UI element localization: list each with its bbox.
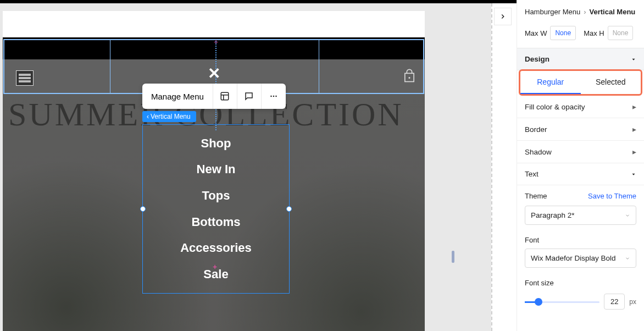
svg-point-5 [270,96,272,97]
resize-handle-left[interactable] [140,206,146,212]
svg-point-6 [273,96,275,97]
font-size-control: 22 px [517,289,644,317]
chevron-left-icon: ‹ [147,113,149,120]
text-row[interactable]: Text [517,163,644,185]
state-tabs: Regular Selected [519,69,642,96]
hamburger-bar [19,77,31,79]
svg-rect-2 [221,92,229,100]
breadcrumb-sep-icon: › [584,8,586,16]
max-w-label: Max W [525,29,547,37]
hamburger-icon[interactable] [16,70,34,86]
chevron-down-icon [625,213,630,218]
chip-text: Vertical Menu [151,113,191,120]
chevron-down-icon [625,256,630,261]
row-label: Shadow [525,148,552,156]
svg-marker-8 [632,58,635,60]
theme-label: Theme [525,192,547,200]
tab-selected[interactable]: Selected [581,71,641,94]
layout-button[interactable] [213,84,237,109]
close-icon[interactable]: ✕ [208,64,220,82]
resize-handle-right[interactable] [286,206,292,212]
design-section-header[interactable]: Design [517,48,644,70]
manage-menu-button[interactable]: Manage Menu [142,84,213,109]
svg-point-1 [408,77,410,79]
inspector-panel: Hamburger Menu › Vertical Menu Max W Non… [517,0,644,331]
shadow-row[interactable]: Shadow ▸ [517,141,644,163]
slider-knob[interactable] [535,298,542,306]
font-size-unit: px [629,298,636,306]
chevron-right-icon: ▸ [632,147,636,156]
font-select[interactable]: Wix Madefor Display Bold [525,249,636,268]
menu-item[interactable]: Bottoms [191,215,240,229]
row-label: Text [525,170,538,178]
hamburger-bar [19,80,31,82]
breadcrumb: Hamburger Menu › Vertical Menu [517,0,644,21]
theme-select[interactable]: Paragraph 2* [525,206,636,225]
menu-item[interactable]: Accessories [180,241,252,255]
comment-button[interactable] [237,84,262,109]
vertical-menu-selection[interactable]: Shop New In Tops Bottoms Accessories + S… [142,124,290,294]
chevron-down-icon [631,172,636,177]
font-size-label: Font size [517,273,644,289]
border-row[interactable]: Border ▸ [517,118,644,141]
svg-marker-9 [632,173,635,175]
element-label-chip[interactable]: ‹ Vertical Menu [142,111,196,122]
cart-icon[interactable] [402,68,417,84]
more-options-button[interactable] [262,84,286,109]
menu-item[interactable]: New In [197,162,236,176]
row-label: Fill color & opacity [525,103,585,111]
max-h-label: Max H [584,29,604,37]
font-size-slider[interactable] [525,297,599,307]
row-label: Border [525,125,547,134]
editor-canvas: SUMMER COLLECTION + ✕ Manage Menu [0,3,491,331]
breadcrumb-current: Vertical Menu [590,8,636,16]
theme-value: Paragraph 2* [531,211,575,219]
font-size-input[interactable]: 22 [604,294,625,310]
section-title: Design [525,55,549,63]
tab-regular[interactable]: Regular [520,71,581,94]
fill-row[interactable]: Fill color & opacity ▸ [517,96,644,118]
hamburger-bar [19,74,31,76]
chevron-right-icon: ▸ [632,102,636,111]
page-stage[interactable]: SUMMER COLLECTION + ✕ Manage Menu [3,11,425,331]
chevron-right-icon: ▸ [632,125,636,134]
chevron-down-icon [631,57,636,62]
vertical-menu-list: Shop New In Tops Bottoms Accessories + S… [143,125,289,293]
save-to-theme-link[interactable]: Save to Theme [588,192,636,200]
svg-point-7 [275,96,277,97]
max-w-input[interactable]: None [550,26,576,40]
element-toolbar: Manage Menu [142,84,286,109]
canvas-scroll-hint[interactable] [452,251,454,263]
right-panel-toggle[interactable] [494,8,512,25]
menu-item[interactable]: Shop [201,136,231,151]
font-value: Wix Madefor Display Bold [531,254,616,262]
font-label: Font [517,230,644,246]
add-item-icon[interactable]: + [213,262,217,271]
panel-divider [491,3,492,331]
breadcrumb-parent[interactable]: Hamburger Menu [525,8,580,16]
menu-item[interactable]: Tops [202,189,230,203]
max-dimensions-row: Max W None Max H None [517,21,644,48]
max-h-input[interactable]: None [608,26,634,40]
theme-subhead: Theme Save to Theme [517,185,644,203]
